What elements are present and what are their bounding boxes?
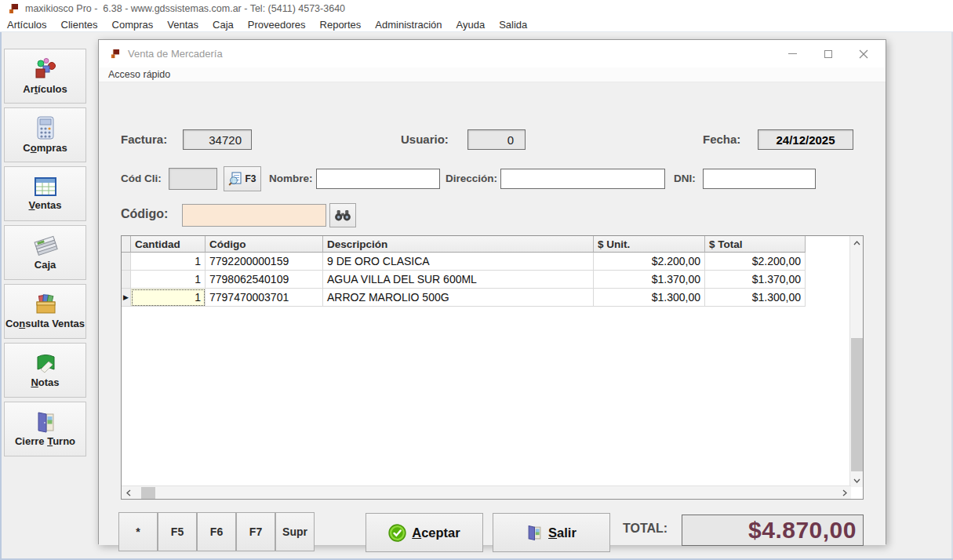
cell-descripcion[interactable]: AGUA VILLA DEL SUR 600ML — [323, 271, 594, 289]
horizontal-scroll-thumb[interactable] — [141, 487, 155, 499]
app-menubar: Artículos Clientes Compras Ventas Caja P… — [0, 17, 953, 32]
row-selector-cell — [122, 271, 131, 289]
menu-item-caja[interactable]: Caja — [213, 19, 234, 31]
menu-item-ventas[interactable]: Ventas — [167, 19, 198, 31]
cod-cli-label: Cód Cli: — [121, 173, 162, 184]
codigo-label: Código: — [121, 207, 168, 221]
table-row[interactable]: 1 7798062540109 AGUA VILLA DEL SUR 600ML… — [122, 271, 806, 289]
chevron-right-icon — [842, 489, 847, 496]
table-row-selected[interactable]: ▶ 1 7797470003701 ARROZ MAROLIO 500G $1.… — [122, 289, 806, 307]
close-button[interactable] — [846, 40, 881, 67]
cell-descripcion[interactable]: ARROZ MAROLIO 500G — [323, 289, 594, 307]
usuario-label: Usuario: — [401, 133, 449, 146]
sidebar-button-notas[interactable]: Notas — [4, 343, 86, 398]
paper-stack-icon — [32, 235, 59, 256]
sidebar-button-cierre-turno[interactable]: Cierre Turno — [4, 402, 86, 456]
sidebar-button-caja[interactable]: Caja — [4, 225, 86, 280]
menu-item-clientes[interactable]: Clientes — [61, 19, 98, 31]
scroll-right-button[interactable] — [838, 486, 851, 500]
menu-item-reportes[interactable]: Reportes — [320, 19, 362, 31]
menu-item-ayuda[interactable]: Ayuda — [456, 19, 486, 31]
document-magnifier-icon — [228, 172, 242, 186]
menu-item-articulos[interactable]: Artículos — [7, 19, 47, 31]
aceptar-button[interactable]: Aceptar — [366, 513, 483, 552]
scroll-down-button[interactable] — [850, 474, 864, 487]
buscar-articulo-button[interactable] — [329, 203, 356, 227]
factura-value-box: 34720 — [183, 129, 252, 150]
table-header-row: Cantidad Código Descripción $ Unit. $ To… — [122, 236, 806, 253]
vertical-scroll-thumb[interactable] — [851, 338, 863, 471]
codigo-input[interactable] — [182, 204, 326, 227]
cell-cantidad[interactable]: 1 — [131, 253, 206, 271]
minimize-icon — [788, 53, 797, 54]
f7-button[interactable]: F7 — [236, 512, 275, 551]
sidebar-label: Caja — [35, 259, 56, 271]
items-table: Cantidad Código Descripción $ Unit. $ To… — [122, 236, 806, 307]
cell-unit[interactable]: $2.200,00 — [594, 253, 705, 271]
notebook-icon — [35, 352, 56, 374]
menu-item-compras[interactable]: Compras — [112, 19, 154, 31]
nombre-input[interactable] — [316, 169, 440, 189]
sidebar-button-compras[interactable]: Compras — [4, 107, 86, 162]
cell-total[interactable]: $1.300,00 — [705, 289, 806, 307]
menu-item-administracion[interactable]: Administración — [375, 19, 442, 31]
cell-cantidad-focused[interactable]: 1 — [131, 289, 206, 307]
menu-item-proveedores[interactable]: Proveedores — [248, 19, 306, 31]
maximize-button[interactable] — [810, 40, 846, 67]
header-descripcion[interactable]: Descripción — [323, 236, 594, 253]
cell-total[interactable]: $1.370,00 — [705, 271, 806, 289]
cell-cantidad[interactable]: 1 — [131, 271, 206, 289]
sidebar-button-articulos[interactable]: Artículos — [4, 49, 86, 104]
asterisk-button[interactable]: * — [118, 512, 158, 551]
supr-button[interactable]: Supr — [275, 512, 315, 551]
scroll-up-button[interactable] — [850, 236, 864, 249]
menu-item-salida[interactable]: Salida — [499, 19, 527, 31]
cell-codigo[interactable]: 7798062540109 — [206, 271, 323, 289]
chevron-left-icon — [126, 489, 131, 496]
direccion-label: Dirección: — [446, 173, 497, 184]
vertical-scrollbar[interactable] — [849, 236, 863, 487]
window-titlebar[interactable]: Venta de Mercadería — [99, 40, 886, 67]
cell-codigo[interactable]: 7792200000159 — [206, 253, 323, 271]
dni-input[interactable] — [703, 169, 816, 189]
chevron-down-icon — [853, 478, 860, 483]
chevron-up-icon — [853, 241, 860, 245]
minimize-button[interactable] — [775, 40, 810, 67]
sidebar-button-consulta-ventas[interactable]: Consulta Ventas — [4, 284, 86, 339]
venta-mercaderia-window: Venta de Mercadería Acceso rápido Factur… — [98, 39, 886, 544]
cell-total[interactable]: $2.200,00 — [705, 253, 806, 271]
nombre-label: Nombre: — [269, 173, 313, 184]
cell-codigo[interactable]: 7797470003701 — [206, 289, 323, 307]
colored-cubes-icon — [33, 57, 58, 81]
scroll-left-button[interactable] — [122, 486, 135, 500]
f6-button[interactable]: F6 — [197, 512, 236, 551]
cell-descripcion[interactable]: 9 DE ORO CLASICA — [323, 253, 594, 271]
buscar-cliente-f3-button[interactable]: F3 — [224, 166, 261, 191]
window-logo-icon — [110, 49, 120, 59]
header-total[interactable]: $ Total — [705, 236, 806, 253]
current-row-marker-icon: ▶ — [123, 293, 129, 301]
usuario-value-box: 0 — [467, 129, 526, 150]
table-row[interactable]: 1 7792200000159 9 DE ORO CLASICA $2.200,… — [122, 253, 806, 271]
cod-cli-field[interactable] — [169, 168, 217, 190]
cell-unit[interactable]: $1.300,00 — [594, 289, 705, 307]
cell-unit[interactable]: $1.370,00 — [594, 271, 705, 289]
window-title: Venta de Mercadería — [128, 48, 223, 60]
app-logo-icon — [8, 3, 19, 14]
sidebar-button-ventas[interactable]: Ventas — [4, 166, 86, 221]
fecha-value-box: 24/12/2025 — [758, 129, 853, 150]
salir-button[interactable]: Salir — [493, 513, 610, 552]
horizontal-scrollbar[interactable] — [122, 485, 851, 499]
menu-item-acceso-rapido[interactable]: Acceso rápido — [108, 69, 170, 80]
f5-button[interactable]: F5 — [158, 512, 197, 551]
desktop: maxikiosco Pro - 6.38 - www.gdssistemas.… — [0, 0, 953, 560]
row-selector-cell — [122, 253, 131, 271]
header-cantidad[interactable]: Cantidad — [131, 236, 206, 253]
header-unit[interactable]: $ Unit. — [594, 236, 705, 253]
close-icon — [859, 49, 868, 59]
items-grid: Cantidad Código Descripción $ Unit. $ To… — [121, 235, 864, 500]
sidebar-label: Consulta Ventas — [5, 318, 85, 329]
aceptar-label: Aceptar — [412, 525, 460, 540]
direccion-input[interactable] — [500, 169, 665, 189]
header-codigo[interactable]: Código — [206, 236, 323, 253]
